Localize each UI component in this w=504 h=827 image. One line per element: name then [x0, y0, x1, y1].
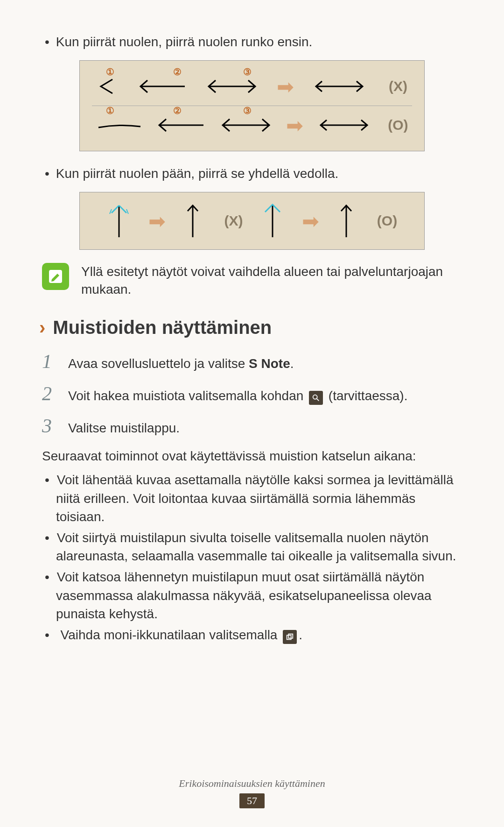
diagram-row-right: ① ② ③ ➡ (O)	[94, 106, 410, 144]
page-number: 57	[239, 793, 265, 808]
step-text-pre: Avaa sovellusluettelo ja valitse	[68, 356, 249, 371]
step-3: 3 Valitse muistilappu.	[42, 411, 462, 441]
step-number-icon: ①	[106, 105, 114, 116]
note-text: Yllä esitetyt näytöt voivat vaihdella al…	[81, 263, 462, 298]
step-number-icon: ①	[106, 66, 114, 78]
result-arrow-icon: ➡	[277, 75, 294, 99]
section-header: › Muistioiden näyttäminen	[39, 317, 462, 338]
step-text-post: .	[290, 356, 294, 371]
arrow-up-icon	[181, 200, 204, 242]
page-footer: Erikoisominaisuuksien käyttäminen 57	[0, 778, 504, 808]
svg-rect-3	[287, 635, 291, 639]
wrong-label: (X)	[222, 213, 246, 229]
footer-text: Erikoisominaisuuksien käyttäminen	[0, 778, 504, 790]
arrow-head-two-strokes-icon	[105, 200, 133, 242]
stroke-double-arrow-icon	[216, 113, 276, 137]
multiwindow-icon	[283, 630, 297, 644]
feature-multiwindow: Vaihda moni-ikkunatilaan valitsemalla .	[42, 626, 462, 644]
diagram-row-wrong: ① ② ③ ➡ (X)	[94, 67, 410, 106]
step-number: 1	[42, 346, 68, 377]
numbered-steps: 1 Avaa sovellusluettelo ja valitse S Not…	[42, 346, 462, 441]
section-title: Muistioiden näyttäminen	[53, 317, 272, 338]
right-label: (O)	[375, 213, 399, 229]
svg-rect-4	[289, 634, 293, 638]
result-arrow-icon: ➡	[148, 209, 166, 233]
feature-zoom: Voit lähentää kuvaa asettamalla näytölle…	[42, 471, 462, 526]
stroke-line-icon	[94, 113, 145, 137]
step-number-icon: ②	[173, 105, 182, 116]
arrow-head-one-stroke-icon	[259, 200, 287, 242]
search-icon	[309, 391, 323, 405]
step-number: 3	[42, 411, 68, 441]
stroke-double-arrow-clean-icon	[309, 75, 370, 98]
wrong-label: (X)	[386, 78, 410, 94]
step-number-icon: ②	[173, 66, 182, 78]
feature-preview-frame: Voit katsoa lähennetyn muistilapun muut …	[42, 568, 462, 623]
arrow-drawing-diagram-1: ① ② ③ ➡ (X) ① ② ③ ➡ (O)	[79, 60, 425, 151]
chevron-right-icon: ›	[39, 317, 45, 338]
info-note: Yllä esitetyt näytöt voivat vaihdella al…	[42, 263, 462, 298]
step-text-pre: Voit hakea muistiota valitsemalla kohdan	[68, 389, 307, 403]
step-text: Valitse muistilappu.	[68, 418, 462, 438]
stroke-left-arrow-icon	[133, 75, 189, 98]
step-text-post: (tarvittaessa).	[325, 389, 407, 403]
step-number-icon: ③	[243, 105, 252, 116]
sb4-pre: Vaihda moni-ikkunatilaan valitsemalla	[61, 628, 281, 642]
feature-bullets: Voit lähentää kuvaa asettamalla näytölle…	[42, 471, 462, 644]
result-arrow-icon: ➡	[286, 113, 303, 137]
right-label: (O)	[386, 117, 410, 133]
note-pencil-icon	[42, 263, 69, 290]
arrow-head-diagram: ➡ (X) ➡ (O)	[79, 192, 425, 250]
step-1: 1 Avaa sovellusluettelo ja valitse S Not…	[42, 346, 462, 377]
bullet-arrow-head: Kun piirrät nuolen pään, piirrä se yhdel…	[42, 164, 462, 183]
svg-line-2	[317, 399, 319, 401]
stroke-double-arrow-clean-icon	[314, 113, 374, 137]
step-2: 2 Voit hakea muistiota valitsemalla kohd…	[42, 379, 462, 409]
sb4-post: .	[299, 628, 302, 642]
step-text-bold: S Note	[249, 356, 290, 371]
step-number-icon: ③	[243, 66, 252, 78]
stroke-double-arrow-icon	[202, 75, 262, 98]
feature-page-nav: Voit siirtyä muistilapun sivulta toisell…	[42, 529, 462, 565]
stroke-left-arrow-icon	[152, 113, 208, 137]
svg-point-1	[313, 395, 317, 399]
result-arrow-icon: ➡	[302, 209, 319, 233]
body-intro: Seuraavat toiminnot ovat käytettävissä m…	[42, 447, 462, 465]
arrow-up-icon	[335, 200, 358, 242]
stroke-angle-icon	[94, 75, 122, 98]
bullet-arrow-body: Kun piirrät nuolen, piirrä nuolen runko …	[42, 33, 462, 51]
step-number: 2	[42, 379, 68, 409]
